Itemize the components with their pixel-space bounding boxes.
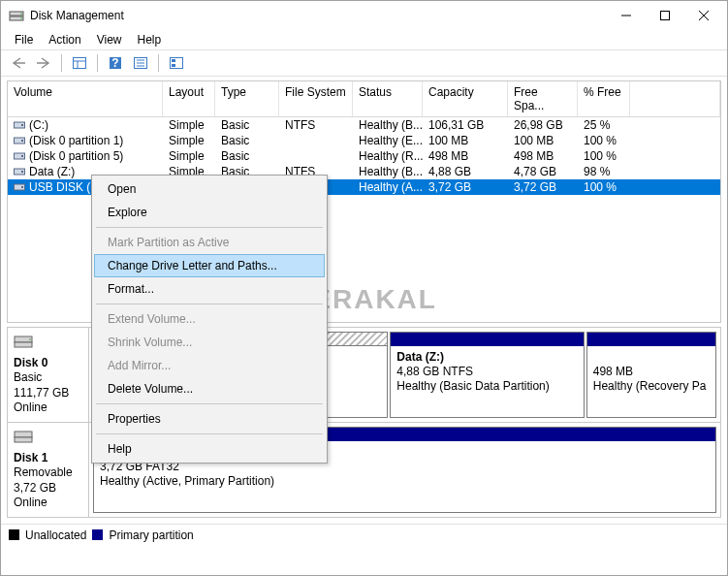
disk-info[interactable]: Disk 1 Removable 3,72 GB Online [8, 423, 89, 517]
volume-capacity: 106,31 GB [423, 117, 508, 133]
volume-pct: 25 % [578, 117, 630, 133]
context-menu: Open Explore Mark Partition as Active Ch… [91, 175, 328, 464]
menu-view[interactable]: View [89, 31, 130, 48]
svg-rect-33 [15, 432, 32, 437]
volume-row[interactable]: (Disk 0 partition 5)SimpleBasicHealthy (… [8, 148, 720, 164]
svg-rect-21 [21, 124, 23, 126]
volume-fs: NTFS [279, 117, 353, 133]
volume-name: (Disk 0 partition 5) [29, 149, 123, 163]
ctx-explore[interactable]: Explore [94, 201, 325, 224]
back-button[interactable] [7, 52, 30, 74]
disk-icon [14, 429, 33, 444]
drive-icon [14, 181, 25, 191]
disk-name: Disk 0 [14, 356, 82, 371]
close-button[interactable] [684, 2, 723, 29]
ctx-format[interactable]: Format... [94, 277, 325, 301]
ctx-sep [96, 304, 323, 304]
volume-capacity: 498 MB [423, 148, 508, 164]
volume-free: 26,98 GB [508, 117, 578, 133]
partition-stripe [587, 333, 715, 346]
svg-rect-23 [21, 140, 23, 142]
partition-info: Healthy (Active, Primary Partition) [100, 474, 710, 489]
volume-free: 100 MB [508, 133, 578, 148]
disk-type: Removable [14, 465, 82, 481]
ctx-sep [96, 433, 323, 434]
ctx-open[interactable]: Open [94, 177, 325, 201]
volume-name: Data (Z:) [29, 165, 75, 178]
forward-button[interactable] [32, 52, 55, 74]
drive-icon [14, 119, 25, 129]
volume-type: Basic [215, 117, 279, 133]
show-hide-console-button[interactable] [68, 52, 91, 74]
ctx-extend-volume: Extend Volume... [94, 307, 325, 331]
partition[interactable]: Data (Z:) 4,88 GB NTFS Healthy (Basic Da… [390, 332, 584, 418]
disk-size: 111,77 GB [14, 386, 82, 401]
svg-rect-31 [15, 342, 32, 347]
svg-point-3 [20, 17, 22, 19]
toolbar: ? [1, 49, 727, 77]
svg-text:?: ? [111, 56, 118, 70]
ctx-add-mirror: Add Mirror... [94, 354, 325, 377]
volume-type: Basic [215, 133, 279, 148]
ctx-sep [96, 227, 323, 228]
volume-row[interactable]: (C:)SimpleBasicNTFSHealthy (B...106,31 G… [8, 117, 720, 133]
toolbar-separator [61, 54, 62, 72]
disk-icon [14, 334, 33, 349]
disk-size: 3,72 GB [14, 481, 82, 496]
volume-status: Healthy (A... [353, 179, 423, 195]
col-freespace[interactable]: Free Spa... [508, 81, 578, 116]
col-status[interactable]: Status [353, 81, 423, 116]
window-title: Disk Management [30, 9, 607, 22]
volume-free: 4,78 GB [508, 164, 578, 179]
maximize-button[interactable] [646, 2, 684, 29]
menu-help[interactable]: Help [130, 31, 170, 48]
volume-status: Healthy (E... [353, 133, 423, 148]
legend-label: Unallocated [25, 528, 86, 542]
partition-stripe [391, 333, 583, 346]
volume-layout: Simple [163, 148, 215, 164]
volume-pct: 100 % [578, 148, 630, 164]
volume-free: 498 MB [508, 148, 578, 164]
col-volume[interactable]: Volume [8, 81, 163, 116]
volume-fs [279, 155, 353, 157]
menu-action[interactable]: Action [41, 31, 88, 48]
svg-rect-25 [21, 155, 23, 157]
col-layout[interactable]: Layout [163, 81, 215, 116]
menu-file[interactable]: File [7, 31, 41, 48]
volume-pct: 100 % [578, 133, 630, 148]
help-button[interactable]: ? [104, 52, 127, 74]
disk-state: Online [14, 400, 82, 416]
partition[interactable]: 498 MB Healthy (Recovery Pa [586, 332, 716, 418]
volume-pct: 100 % [578, 179, 630, 195]
ctx-delete-volume[interactable]: Delete Volume... [94, 377, 325, 400]
toolbar-separator [158, 54, 159, 72]
col-type[interactable]: Type [215, 81, 279, 116]
drive-icon [14, 135, 25, 144]
ctx-shrink-volume: Shrink Volume... [94, 331, 325, 354]
svg-rect-19 [172, 64, 175, 67]
volume-capacity: 100 MB [423, 133, 508, 148]
col-pctfree[interactable]: % Free [578, 81, 630, 116]
svg-rect-27 [21, 171, 23, 173]
minimize-button[interactable] [607, 2, 646, 29]
list-button[interactable] [165, 52, 188, 74]
volume-fs [279, 140, 353, 142]
volume-name: (Disk 0 partition 1) [29, 134, 123, 147]
col-capacity[interactable]: Capacity [423, 81, 508, 116]
settings-button[interactable] [129, 52, 152, 74]
ctx-properties[interactable]: Properties [94, 407, 325, 431]
disk-info[interactable]: Disk 0 Basic 111,77 GB Online [8, 328, 89, 422]
svg-rect-29 [21, 186, 23, 188]
ctx-help[interactable]: Help [94, 437, 325, 461]
ctx-change-drive-letter[interactable]: Change Drive Letter and Paths... [94, 254, 325, 277]
svg-rect-5 [661, 12, 670, 20]
volume-capacity: 4,88 GB [423, 164, 508, 179]
menubar: File Action View Help [1, 30, 727, 49]
volume-row[interactable]: (Disk 0 partition 1)SimpleBasicHealthy (… [8, 133, 720, 148]
legend: Unallocated Primary partition [1, 524, 727, 546]
col-filesystem[interactable]: File System [279, 81, 353, 116]
volume-layout: Simple [163, 133, 215, 148]
volume-pct: 98 % [578, 164, 630, 179]
partition-info: Healthy (Recovery Pa [593, 379, 710, 394]
partition-name: Data (Z:) [396, 350, 577, 365]
